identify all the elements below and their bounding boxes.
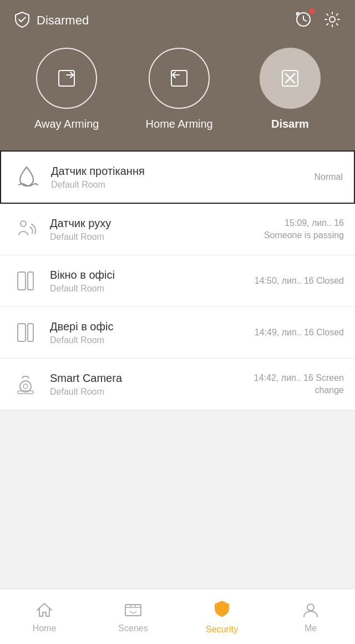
device-status-window: 14:50, лип.. 16 Closed xyxy=(255,275,344,287)
device-name-camera: Smart Camera xyxy=(50,372,244,385)
bottom-nav: Home Scenes Security Me xyxy=(0,588,355,644)
nav-item-me[interactable]: Me xyxy=(266,600,355,633)
arming-section: Away Arming Home Arming Di xyxy=(0,31,355,150)
home-arming-label: Home Arming xyxy=(146,118,213,130)
motion-sensor-icon xyxy=(11,215,40,244)
svg-rect-20 xyxy=(28,324,33,341)
svg-point-16 xyxy=(21,221,26,227)
svg-rect-24 xyxy=(125,605,141,616)
away-arming-label: Away Arming xyxy=(34,118,99,130)
home-arming-option[interactable]: Home Arming xyxy=(146,48,213,130)
security-nav-icon xyxy=(212,599,232,621)
svg-point-28 xyxy=(307,604,314,611)
nav-label-me: Me xyxy=(305,623,317,633)
device-list: Датчик протікання Default Room Normal Да… xyxy=(0,150,355,410)
device-item-motion[interactable]: Датчик руху Default Room 15:09, лип.. 16… xyxy=(0,204,355,255)
device-info-door: Двері в офіс Default Room xyxy=(50,320,245,345)
device-status-door: 14:49, лип.. 16 Closed xyxy=(255,326,344,339)
svg-line-1 xyxy=(21,17,26,22)
nav-label-home: Home xyxy=(33,623,57,633)
header-icons xyxy=(294,10,342,31)
device-item-leak[interactable]: Датчик протікання Default Room Normal xyxy=(0,150,355,204)
device-name-door: Двері в офіс xyxy=(50,320,245,333)
device-name-leak: Датчик протікання xyxy=(51,165,304,178)
header-left: Disarmed xyxy=(13,11,89,31)
disarm-label: Disarm xyxy=(271,118,309,130)
device-info-motion: Датчик руху Default Room xyxy=(50,217,254,242)
notification-dot xyxy=(309,8,315,14)
device-item-camera[interactable]: Smart Camera Default Room 14:42, лип.. 1… xyxy=(0,359,355,410)
header: Disarmed xyxy=(0,0,355,31)
device-room-door: Default Room xyxy=(50,335,245,345)
svg-rect-11 xyxy=(171,71,187,86)
device-room-camera: Default Room xyxy=(50,387,244,397)
svg-rect-17 xyxy=(18,272,26,290)
device-item-window[interactable]: Вікно в офісі Default Room 14:50, лип.. … xyxy=(0,255,355,307)
device-item-door[interactable]: Двері в офіс Default Room 14:49, лип.. 1… xyxy=(0,307,355,359)
device-room-motion: Default Room xyxy=(50,232,254,242)
status-text: Disarmed xyxy=(37,13,89,28)
device-info-window: Вікно в офісі Default Room xyxy=(50,269,245,294)
svg-point-8 xyxy=(329,17,335,22)
away-arming-option[interactable]: Away Arming xyxy=(34,48,99,130)
svg-rect-19 xyxy=(18,324,26,341)
device-name-window: Вікно в офісі xyxy=(50,269,245,281)
window-sensor-icon xyxy=(11,266,40,295)
device-status-motion: 15:09, лип.. 16 Someone is passing xyxy=(264,217,344,242)
svg-rect-18 xyxy=(28,272,33,290)
device-info-leak: Датчик протікання Default Room xyxy=(51,165,304,190)
svg-rect-9 xyxy=(59,71,74,86)
nav-item-home[interactable]: Home xyxy=(0,600,89,633)
device-room-leak: Default Room xyxy=(51,180,304,190)
device-name-motion: Датчик руху xyxy=(50,217,254,230)
nav-label-security: Security xyxy=(206,625,238,635)
device-info-camera: Smart Camera Default Room xyxy=(50,372,244,397)
device-status-camera: 14:42, лип.. 16 Screen change xyxy=(254,372,344,397)
settings-icon[interactable] xyxy=(323,10,342,31)
device-status-leak: Normal xyxy=(314,171,343,183)
water-leak-icon xyxy=(12,163,41,192)
away-arming-circle[interactable] xyxy=(36,48,97,109)
home-nav-icon xyxy=(34,600,54,620)
svg-point-22 xyxy=(23,384,28,389)
disarm-option[interactable]: Disarm xyxy=(260,48,321,130)
disarm-circle[interactable] xyxy=(260,48,321,109)
door-sensor-icon xyxy=(11,318,40,347)
camera-icon xyxy=(11,370,40,399)
shield-icon xyxy=(13,11,31,31)
home-arming-circle[interactable] xyxy=(149,48,210,109)
nav-item-security[interactable]: Security xyxy=(178,599,266,635)
device-room-window: Default Room xyxy=(50,284,245,294)
me-nav-icon xyxy=(301,600,321,620)
scenes-nav-icon xyxy=(123,600,143,620)
history-icon[interactable] xyxy=(294,10,313,31)
nav-item-scenes[interactable]: Scenes xyxy=(89,600,178,633)
svg-line-4 xyxy=(303,19,306,21)
svg-point-21 xyxy=(20,381,31,392)
nav-label-scenes: Scenes xyxy=(118,623,148,633)
